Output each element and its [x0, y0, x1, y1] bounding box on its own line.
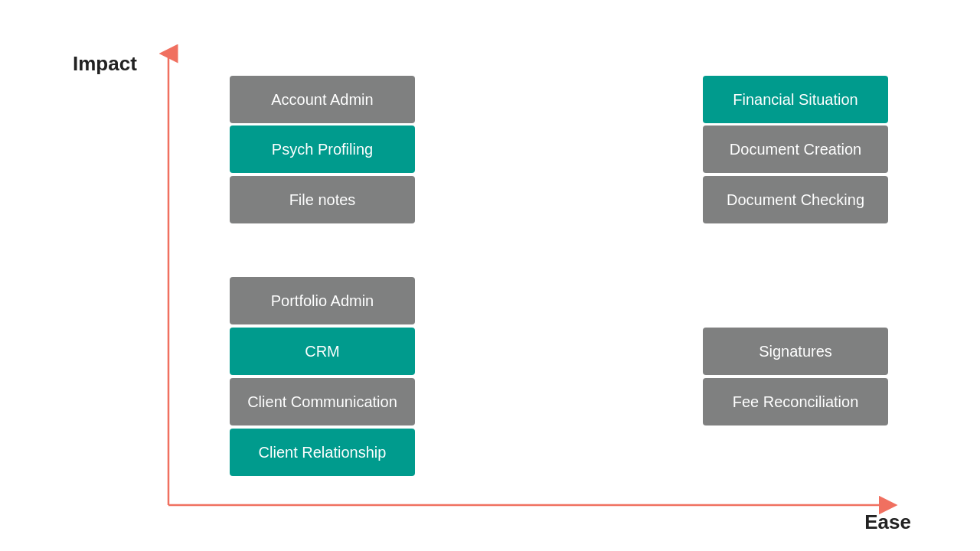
financial-situation-box[interactable]: Financial Situation	[703, 76, 888, 123]
document-checking-box[interactable]: Document Checking	[703, 176, 888, 223]
psych-profiling-box[interactable]: Psych Profiling	[230, 126, 415, 173]
document-creation-box[interactable]: Document Creation	[703, 126, 888, 173]
client-communication-box[interactable]: Client Communication	[230, 378, 415, 425]
account-admin-box[interactable]: Account Admin	[230, 76, 415, 123]
crm-box[interactable]: CRM	[230, 328, 415, 375]
client-relationship-box[interactable]: Client Relationship	[230, 429, 415, 476]
signatures-box[interactable]: Signatures	[703, 328, 888, 375]
fee-reconciliation-box[interactable]: Fee Reconciliation	[703, 378, 888, 425]
chart-area: Impact Ease Account AdminPsych Profiling…	[0, 0, 980, 551]
impact-axis-label: Impact	[73, 52, 137, 76]
file-notes-box[interactable]: File notes	[230, 176, 415, 223]
portfolio-admin-box[interactable]: Portfolio Admin	[230, 277, 415, 324]
ease-axis-label: Ease	[864, 510, 911, 534]
